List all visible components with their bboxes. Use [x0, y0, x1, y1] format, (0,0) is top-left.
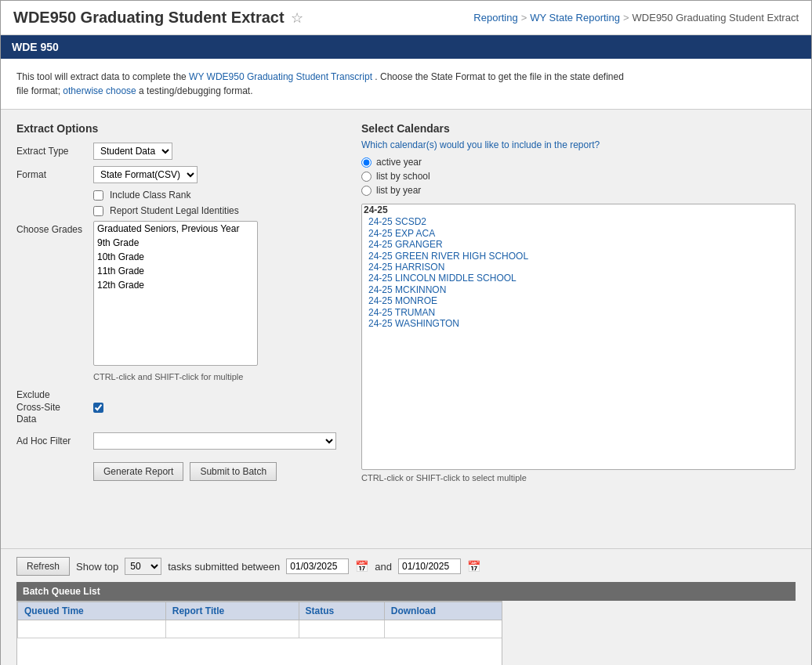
grade-option[interactable]: 9th Grade	[94, 236, 257, 250]
class-rank-label: Include Class Rank	[110, 190, 190, 201]
radio-list-year-input[interactable]	[361, 186, 372, 196]
format-select[interactable]: State Format(CSV)	[93, 166, 198, 183]
col-queued-time[interactable]: Queued Time	[18, 602, 166, 620]
grades-listbox[interactable]: Graduated Seniors, Previous Year 9th Gra…	[93, 221, 258, 366]
adhoc-label: Ad Hoc Filter	[16, 436, 87, 446]
end-label: and	[375, 561, 392, 573]
left-panel: Extract Options Extract Type Student Dat…	[16, 122, 346, 536]
radio-list-school[interactable]: list by school	[361, 171, 796, 182]
format-row: Format State Format(CSV)	[16, 166, 346, 183]
queue-table-head: Queued Time Report Title Status Download	[18, 602, 503, 620]
calendar-option[interactable]: 24-25 MCKINNON	[362, 284, 795, 295]
col-report-title[interactable]: Report Title	[165, 602, 299, 620]
calendar-option[interactable]: 24-25 TRUMAN	[362, 307, 795, 318]
info-link-transcript[interactable]: WY WDE950 Graduating Student Transcript	[189, 71, 372, 82]
batch-queue-header: Batch Queue List	[16, 582, 796, 601]
calendar-title: Select Calendars	[361, 122, 796, 135]
queue-table-header-row: Queued Time Report Title Status Download	[18, 602, 503, 620]
grades-row: Choose Grades Graduated Seniors, Previou…	[16, 221, 346, 366]
calendar-radio-group: active year list by school list by year	[361, 157, 796, 196]
calendar-group-2425: 24-25 SCSD2 24-25 EXP ACA 24-25 GRANGER …	[362, 204, 795, 329]
grades-label: Choose Grades	[16, 221, 87, 235]
star-icon[interactable]: ☆	[291, 9, 303, 27]
main-content: Extract Options Extract Type Student Dat…	[1, 110, 811, 548]
adhoc-filter-row: Ad Hoc Filter	[16, 432, 346, 450]
calendar-option[interactable]: 24-25 LINCOLN MIDDLE SCHOOL	[362, 273, 795, 284]
calendar-option[interactable]: 24-25 WASHINGTON	[362, 318, 795, 329]
calendar-option[interactable]: 24-25 MONROE	[362, 295, 795, 306]
calendar-ctrl-hint: CTRL-click or SHIFT-click to select mult…	[361, 473, 796, 482]
exclude-cross-site-label: ExcludeCross-SiteData	[16, 389, 87, 426]
right-panel: Select Calendars Which calendar(s) would…	[361, 122, 796, 536]
class-rank-checkbox[interactable]	[93, 190, 103, 201]
bottom-section: Refresh Show top 50 100 200 tasks submit…	[1, 548, 811, 665]
breadcrumb-reporting[interactable]: Reporting	[473, 12, 517, 23]
page-header: WDE950 Graduating Student Extract ☆ Repo…	[1, 1, 811, 35]
info-text-3: a testing/debugging format.	[139, 85, 252, 96]
breadcrumb: Reporting > WY State Reporting > WDE950 …	[473, 12, 799, 23]
queue-table: Queued Time Report Title Status Download	[17, 602, 502, 638]
calendar-option[interactable]: 24-25 HARRISON	[362, 262, 795, 273]
col-download[interactable]: Download	[384, 602, 502, 620]
calendar-option[interactable]: 24-25 GRANGER	[362, 239, 795, 250]
refresh-button[interactable]: Refresh	[16, 557, 70, 576]
extract-type-label: Extract Type	[16, 146, 87, 157]
radio-list-school-label: list by school	[376, 171, 430, 182]
radio-list-year-label: list by year	[376, 185, 421, 196]
radio-active-year-input[interactable]	[361, 157, 372, 168]
grade-option[interactable]: 12th Grade	[94, 278, 257, 292]
radio-list-year[interactable]: list by year	[361, 185, 796, 196]
calendar-question: Which calendar(s) would you like to incl…	[361, 139, 796, 150]
action-buttons: Generate Report Submit to Batch	[93, 462, 346, 481]
calendar-option[interactable]: 24-25 GREEN RIVER HIGH SCHOOL	[362, 251, 795, 262]
calendar-listbox[interactable]: 24-25 SCSD2 24-25 EXP ACA 24-25 GRANGER …	[361, 204, 796, 470]
end-date-input[interactable]	[398, 558, 461, 574]
queue-table-wrapper: Queued Time Report Title Status Download	[16, 601, 502, 665]
exclude-cross-site-row: ExcludeCross-SiteData	[16, 389, 346, 426]
radio-active-year[interactable]: active year	[361, 157, 796, 168]
format-label: Format	[16, 169, 87, 180]
grade-option[interactable]: 11th Grade	[94, 264, 257, 278]
breadcrumb-wy-state[interactable]: WY State Reporting	[530, 12, 620, 23]
legal-identities-checkbox[interactable]	[93, 206, 103, 216]
start-date-input[interactable]	[286, 558, 349, 574]
submit-to-batch-button[interactable]: Submit to Batch	[190, 462, 277, 481]
generate-report-button[interactable]: Generate Report	[93, 462, 183, 481]
legal-identities-label: Report Student Legal Identities	[110, 205, 239, 216]
info-link-otherwise[interactable]: otherwise choose	[63, 85, 136, 96]
breadcrumb-current: WDE950 Graduating Student Extract	[633, 12, 799, 23]
calendar-option[interactable]: 24-25 EXP ACA	[362, 228, 795, 239]
queue-table-body	[18, 620, 503, 638]
info-text-1: This tool will extract data to complete …	[16, 71, 189, 82]
grade-option[interactable]: 10th Grade	[94, 250, 257, 264]
page-title-area: WDE950 Graduating Student Extract ☆	[13, 9, 303, 27]
class-rank-row: Include Class Rank	[93, 190, 346, 201]
start-date-calendar-icon[interactable]: 📅	[355, 560, 368, 573]
show-top-select[interactable]: 50 100 200	[125, 558, 161, 575]
section-header: WDE 950	[1, 35, 811, 59]
extract-options-title: Extract Options	[16, 122, 346, 135]
exclude-cross-site-checkbox[interactable]	[93, 403, 103, 413]
legal-identities-row: Report Student Legal Identities	[93, 205, 346, 216]
batch-controls: Refresh Show top 50 100 200 tasks submit…	[16, 557, 796, 576]
info-box: This tool will extract data to complete …	[1, 59, 811, 110]
breadcrumb-sep-2: >	[623, 12, 629, 23]
radio-list-school-input[interactable]	[361, 172, 372, 182]
grades-ctrl-hint: CTRL-click and SHIFT-click for multiple	[93, 372, 346, 381]
show-top-label: Show top	[76, 561, 118, 573]
adhoc-filter-select[interactable]	[93, 432, 336, 450]
calendar-option[interactable]: 24-25 SCSD2	[362, 216, 795, 227]
col-status[interactable]: Status	[299, 602, 384, 620]
extract-type-select[interactable]: Student Data	[93, 143, 172, 160]
page-title: WDE950 Graduating Student Extract	[13, 9, 285, 27]
breadcrumb-sep-1: >	[521, 12, 527, 23]
grade-option[interactable]: Graduated Seniors, Previous Year	[94, 222, 257, 236]
radio-active-year-label: active year	[376, 157, 422, 168]
extract-type-row: Extract Type Student Data	[16, 143, 346, 160]
table-row	[18, 620, 503, 638]
tasks-label: tasks submitted between	[168, 561, 280, 573]
end-date-calendar-icon[interactable]: 📅	[467, 560, 480, 573]
